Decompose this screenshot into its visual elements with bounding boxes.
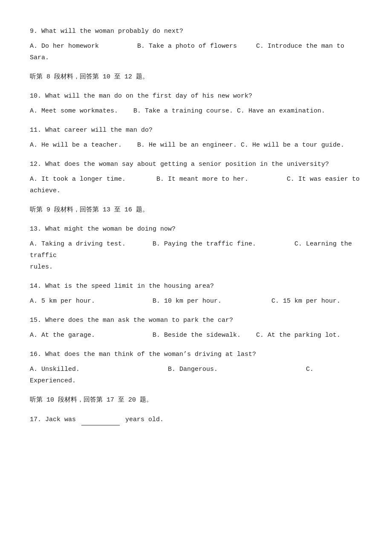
q12-block: 12. What does the woman say about gettin… — [30, 159, 362, 197]
q9-text: 9. What will the woman probably do next? — [30, 26, 362, 37]
fill-in-blank — [81, 413, 120, 425]
q12-text: 12. What does the woman say about gettin… — [30, 159, 362, 170]
q14-answers: A. 5 km per hour. B. 10 km per hour. C. … — [30, 295, 362, 307]
q11-block: 11. What career will the man do?A. He wi… — [30, 124, 362, 151]
exam-content: 9. What will the woman probably do next?… — [30, 26, 362, 425]
q15-block: 15. Where does the man ask the woman to … — [30, 315, 362, 341]
q14-text: 14. What is the speed limit in the housi… — [30, 280, 362, 292]
q13-text: 13. What might the woman be doing now? — [30, 223, 362, 235]
q17-text: 17. Jack was years old. — [30, 413, 362, 425]
q15-text: 15. Where does the man ask the woman to … — [30, 315, 362, 326]
q16-block: 16. What does the man think of the woman… — [30, 349, 362, 387]
q15-answers: A. At the garage. B. Beside the sidewalk… — [30, 330, 362, 341]
q10-text: 10. What will the man do on the first da… — [30, 90, 362, 102]
q16-answers: A. Unskilled. B. Dangerous. C. Experienc… — [30, 364, 362, 387]
q10-answers: A. Meet some workmates. B. Take a traini… — [30, 105, 362, 117]
q10-block: 10. What will the man do on the first da… — [30, 90, 362, 117]
q17-block: 17. Jack was years old. — [30, 413, 362, 425]
section9-block: 听第 9 段材料，回答第 13 至 16 题。 — [30, 204, 362, 216]
q9-answers: A. Do her homework B. Take a photo of fl… — [30, 40, 362, 64]
q14-block: 14. What is the speed limit in the housi… — [30, 280, 362, 307]
q13-block: 13. What might the woman be doing now?A.… — [30, 223, 362, 273]
section8-header: 听第 8 段材料，回答第 10 至 12 题。 — [30, 71, 362, 83]
q13-answers: A. Taking a driving test. B. Paying the … — [30, 238, 362, 273]
q11-answers: A. He will be a teacher. B. He will be a… — [30, 139, 362, 151]
section9-header: 听第 9 段材料，回答第 13 至 16 题。 — [30, 204, 362, 216]
q12-answers: A. It took a longer time. B. It meant mo… — [30, 173, 362, 197]
q16-text: 16. What does the man think of the woman… — [30, 349, 362, 360]
section8-block: 听第 8 段材料，回答第 10 至 12 题。 — [30, 71, 362, 83]
section10-block: 听第 10 段材料，回答第 17 至 20 题。 — [30, 394, 362, 406]
q11-text: 11. What career will the man do? — [30, 124, 362, 136]
q9-block: 9. What will the woman probably do next?… — [30, 26, 362, 64]
section10-header: 听第 10 段材料，回答第 17 至 20 题。 — [30, 394, 362, 406]
